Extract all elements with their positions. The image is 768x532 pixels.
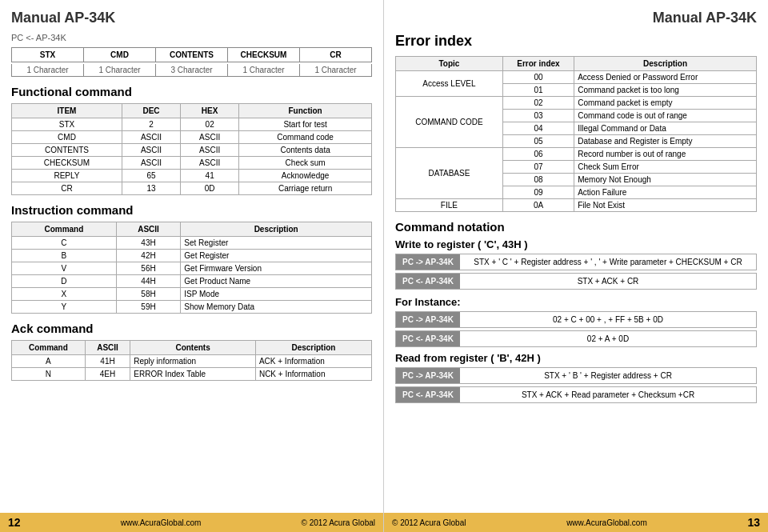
table-cell: NCK + Information [255,368,371,381]
table-cell-topic: FILE [396,199,503,212]
right-page-num: 13 [747,516,760,529]
table-cell: CONTENTS [12,144,122,157]
cmd-content: STX + ' B ' + Register address + CR [460,368,756,383]
table-cell-desc: Record number is out of range [574,148,757,161]
table-cell-desc: Command packet is too long [574,84,757,97]
table-cell-index: 02 [502,97,574,110]
table-cell: 4EH [85,368,130,381]
table-cell-index: 07 [502,161,574,174]
ack-command-title: Ack command [11,322,372,335]
table-cell-index: 03 [502,110,574,122]
instruction-command-title: Instruction command [11,203,372,217]
cmd-notation-row: PC -> AP-34KSTX + ' B ' + Register addre… [395,367,757,384]
ic-header-desc: Description [181,222,372,237]
table-row: CHECKSUMASCIIASCIICheck sum [12,157,372,170]
table-row: REPLY6541Acknowledge [12,170,372,182]
right-page: Manual AP-34K Error index Topic Error in… [384,0,768,532]
left-site: www.AcuraGlobal.com [121,518,202,527]
table-cell-topic: DATABASE [396,148,503,199]
cmd-label: PC <- AP-34K [396,387,460,402]
table-cell: Acknowledge [239,170,372,182]
table-cell: Check sum [239,157,372,170]
left-footer: 12 www.AcuraGlobal.com © 2012 Acura Glob… [0,513,383,532]
table-cell: 44H [116,275,181,288]
cmd-notation-row: PC <- AP-34K02 + A + 0D [395,330,757,347]
table-cell: STX [12,118,122,131]
table-cell-topic: Access LEVEL [396,71,503,97]
header-cmd: CMD [84,48,156,62]
table-row: B42HGet Register [12,250,372,262]
header-cr: CR [300,48,371,62]
ack-header-ascii: ASCII [85,341,130,355]
protocol-header: STX CMD CONTENTS CHECKSUM CR [11,47,372,62]
table-cell: A [12,355,86,368]
cmd-label: PC -> AP-34K [396,312,460,327]
cmd-label: PC -> AP-34K [396,368,460,383]
table-cell: Set Register [181,237,372,250]
table-cell: Start for test [239,118,372,131]
table-cell: Contents data [239,144,372,157]
ic-header-ascii: ASCII [116,222,181,237]
table-cell: Carriage return [239,182,372,195]
cmd-content: STX + ' C ' + Register address + ' , ' +… [460,254,756,270]
table-cell: 41H [85,355,130,368]
fc-header-item: ITEM [12,104,122,118]
table-cell-index: 0A [502,199,574,212]
left-copy: © 2012 Acura Global [302,518,375,527]
right-copy: © 2012 Acura Global [392,518,466,527]
write-rows: PC -> AP-34KSTX + ' C ' + Register addre… [395,254,757,290]
table-cell: V [12,262,117,275]
right-title: Manual AP-34K [395,10,757,26]
table-cell: Get Firmware Version [181,262,372,275]
sub-cr: 1 Character [300,64,371,76]
table-cell-topic: COMMAND CODE [396,97,503,148]
table-cell: Reply information [130,355,256,368]
table-row: A41HReply informationACK + Information [12,355,372,368]
table-row: CONTENTSASCIIASCIIContents data [12,144,372,157]
table-cell: 59H [116,301,181,314]
table-cell-index: 05 [502,135,574,148]
cmd-content: 02 + A + 0D [460,331,756,346]
table-row: Y59HShow Memory Data [12,301,372,314]
table-cell-desc: File Not Exist [574,199,757,212]
left-page-num: 12 [8,516,21,529]
table-row: CR130DCarriage return [12,182,372,195]
functional-command-table: ITEM DEC HEX Function STX202Start for te… [11,103,372,195]
table-cell-desc: Command code is out of range [574,110,757,122]
cmd-notation-row: PC <- AP-34KSTX + ACK + Read parameter +… [395,386,757,403]
table-row: CMDASCIIASCIICommand code [12,131,372,144]
table-cell: 2 [122,118,180,131]
ack-header-contents: Contents [130,341,256,355]
table-cell: CHECKSUM [12,157,122,170]
table-cell: 58H [116,288,181,301]
table-cell: ASCII [181,131,239,144]
table-cell: Show Memory Data [181,301,372,314]
table-cell: 02 [181,118,239,131]
table-cell: Y [12,301,117,314]
table-row: FILE0AFile Not Exist [396,199,757,212]
left-title: Manual AP-34K [11,10,372,26]
instance-rows: PC -> AP-34K02 + C + 00 + , + FF + 5B + … [395,311,757,347]
for-instance-label: For Instance: [395,296,757,308]
table-row: STX202Start for test [12,118,372,131]
table-cell-desc: Check Sum Error [574,161,757,174]
table-cell: B [12,250,117,262]
table-row: V56HGet Firmware Version [12,262,372,275]
right-site: www.AcuraGlobal.com [566,518,647,527]
cmd-label: PC <- AP-34K [396,331,460,346]
right-footer: © 2012 Acura Global www.AcuraGlobal.com … [384,513,768,532]
cmd-label: PC <- AP-34K [396,274,460,289]
table-cell-index: 09 [502,186,574,199]
fc-header-hex: HEX [181,104,239,118]
fc-header-dec: DEC [122,104,180,118]
table-row: N4EHERROR Index TableNCK + Information [12,368,372,381]
table-cell-desc: Database and Register is Empty [574,135,757,148]
fc-header-function: Function [239,104,372,118]
cmd-notation-row: PC -> AP-34KSTX + ' C ' + Register addre… [395,254,757,270]
ei-header-topic: Topic [396,57,503,71]
error-index-table: Topic Error index Description Access LEV… [395,56,757,212]
table-cell-desc: Illegal Command or Data [574,122,757,135]
ack-header-desc: Description [255,341,371,355]
table-cell: 41 [181,170,239,182]
instruction-command-table: Command ASCII Description C43HSet Regist… [11,222,372,314]
